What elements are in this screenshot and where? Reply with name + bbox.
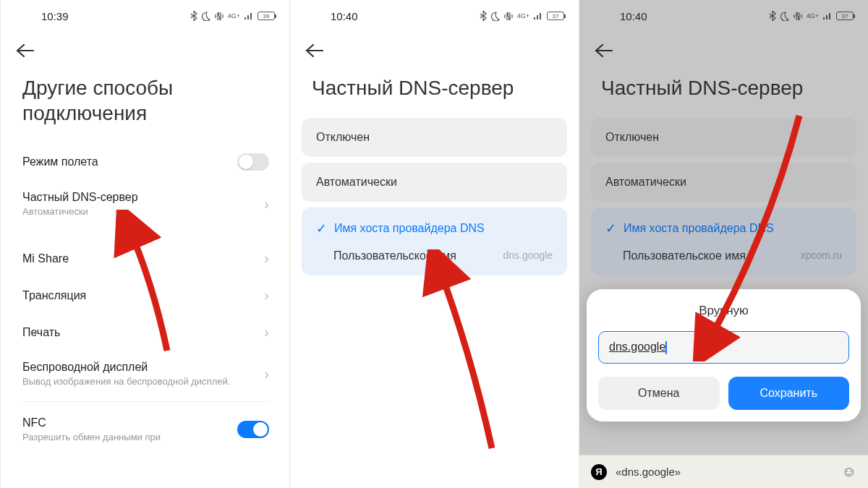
row-label: Трансляция bbox=[22, 289, 86, 302]
emoji-icon[interactable]: ☺ bbox=[842, 463, 856, 480]
network-label: 4G+ bbox=[517, 12, 529, 20]
status-icons: 4G+ 37 bbox=[769, 11, 854, 21]
option-dns-off[interactable]: Отключен bbox=[591, 118, 856, 157]
signal-icon bbox=[533, 12, 543, 20]
row-airplane-mode[interactable]: Режим полета bbox=[1, 143, 289, 181]
check-icon: ✓ bbox=[605, 221, 616, 236]
row-sublabel: Автоматически bbox=[22, 206, 138, 217]
moon-icon bbox=[201, 12, 210, 21]
page-title: Частный DNS-сервер bbox=[579, 68, 868, 118]
row-label: Беспроводной дисплей bbox=[22, 361, 230, 374]
moon-icon bbox=[780, 12, 789, 21]
status-bar: 10:40 4G+ 37 bbox=[290, 0, 579, 32]
option-custom-value: dns.google bbox=[503, 249, 553, 262]
dns-hostname-input[interactable]: dns.google bbox=[598, 331, 849, 364]
row-nfc[interactable]: NFC Разрешить обмен данными при bbox=[1, 406, 289, 453]
option-label: Имя хоста провайдера DNS bbox=[624, 222, 774, 235]
row-sublabel: Вывод изображения на беспроводной диспле… bbox=[22, 376, 230, 387]
back-button[interactable] bbox=[305, 42, 323, 62]
row-private-dns[interactable]: Частный DNS-сервер Автоматически › bbox=[1, 181, 289, 227]
suggestion-text[interactable]: «dns.google» bbox=[616, 466, 833, 478]
option-label: Автоматически bbox=[316, 176, 397, 189]
signal-icon bbox=[244, 12, 254, 20]
button-label: Сохранить bbox=[760, 387, 817, 399]
moon-icon bbox=[490, 12, 500, 21]
option-dns-hostname[interactable]: ✓ Имя хоста провайдера DNS Пользовательс… bbox=[302, 207, 567, 275]
battery-icon: 39 bbox=[258, 12, 275, 20]
network-label: 4G+ bbox=[807, 12, 819, 20]
network-label: 4G+ bbox=[228, 12, 240, 20]
option-label: Отключен bbox=[605, 131, 659, 144]
status-time: 10:40 bbox=[331, 10, 358, 22]
status-time: 10:40 bbox=[620, 10, 647, 22]
option-label: Автоматически bbox=[605, 176, 686, 189]
row-mi-share[interactable]: Mi Share › bbox=[1, 240, 289, 277]
option-label: Имя хоста провайдера DNS bbox=[334, 222, 485, 235]
save-button[interactable]: Сохранить bbox=[728, 377, 850, 410]
bluetooth-icon bbox=[190, 11, 197, 21]
status-bar: 10:39 4G+ 39 bbox=[1, 0, 289, 32]
row-wireless-display[interactable]: Беспроводной дисплей Вывод изображения н… bbox=[1, 351, 289, 397]
chevron-right-icon: › bbox=[264, 324, 269, 341]
row-label: NFC bbox=[22, 416, 161, 429]
page-title: Другие способы подключения bbox=[1, 68, 289, 143]
phone-screen-3: 10:40 4G+ 37 Частный DNS-сервер Отключен… bbox=[579, 0, 868, 488]
back-row bbox=[290, 32, 579, 68]
option-label: Отключен bbox=[316, 131, 370, 144]
row-label: Частный DNS-сервер bbox=[22, 191, 138, 204]
input-value: dns.google bbox=[609, 341, 665, 353]
signal-icon bbox=[822, 12, 833, 20]
phone-screen-2: 10:40 4G+ 37 Частный DNS-сервер Отключен… bbox=[289, 0, 579, 488]
back-row bbox=[579, 32, 868, 68]
option-dns-auto[interactable]: Автоматически bbox=[591, 163, 856, 202]
vibrate-icon bbox=[214, 12, 224, 21]
status-bar: 10:40 4G+ 37 bbox=[579, 0, 868, 32]
row-sublabel: Разрешить обмен данными при bbox=[22, 432, 161, 442]
option-custom-label: Пользовательское имя bbox=[333, 249, 456, 262]
back-button[interactable] bbox=[594, 42, 613, 62]
row-label: Печать bbox=[22, 326, 60, 339]
back-button[interactable] bbox=[15, 42, 34, 62]
option-dns-auto[interactable]: Автоматически bbox=[302, 163, 567, 202]
chevron-right-icon: › bbox=[264, 250, 269, 267]
row-cast[interactable]: Трансляция › bbox=[1, 277, 289, 314]
divider bbox=[21, 401, 269, 402]
dns-dialog: Вручную dns.google Отмена Сохранить bbox=[587, 289, 861, 421]
chevron-right-icon: › bbox=[264, 196, 269, 213]
vibrate-icon bbox=[793, 12, 803, 21]
vibrate-icon bbox=[503, 12, 514, 21]
option-dns-hostname[interactable]: ✓ Имя хоста провайдера DNS Пользовательс… bbox=[591, 207, 856, 275]
text-cursor bbox=[665, 341, 667, 354]
check-icon: ✓ bbox=[316, 221, 327, 236]
chevron-right-icon: › bbox=[264, 366, 269, 382]
bluetooth-icon bbox=[769, 11, 776, 21]
annotation-arrow bbox=[391, 249, 506, 459]
status-icons: 4G+ 39 bbox=[190, 11, 275, 21]
cancel-button[interactable]: Отмена bbox=[598, 377, 720, 410]
row-print[interactable]: Печать › bbox=[1, 314, 289, 351]
phone-screen-1: 10:39 4G+ 39 Другие способы подключения … bbox=[0, 0, 289, 488]
back-row bbox=[1, 32, 289, 68]
option-custom-value: xpcom.ru bbox=[800, 249, 842, 262]
page-title: Частный DNS-сервер bbox=[290, 68, 579, 118]
status-time: 10:39 bbox=[41, 10, 69, 22]
chevron-right-icon: › bbox=[264, 287, 269, 304]
battery-icon: 37 bbox=[836, 12, 854, 20]
keyboard-suggestion-bar[interactable]: Я «dns.google» ☺ bbox=[579, 455, 868, 488]
bluetooth-icon bbox=[480, 11, 487, 21]
airplane-toggle[interactable] bbox=[237, 153, 269, 171]
row-label: Режим полета bbox=[22, 155, 98, 168]
option-dns-off[interactable]: Отключен bbox=[302, 118, 567, 157]
option-custom-label: Пользовательское имя bbox=[623, 249, 746, 262]
button-label: Отмена bbox=[638, 387, 679, 399]
yandex-icon[interactable]: Я bbox=[591, 464, 607, 480]
row-label: Mi Share bbox=[22, 252, 69, 265]
status-icons: 4G+ 37 bbox=[480, 11, 564, 21]
nfc-toggle[interactable] bbox=[237, 421, 269, 438]
dialog-title: Вручную bbox=[598, 304, 849, 318]
battery-icon: 37 bbox=[547, 12, 564, 20]
